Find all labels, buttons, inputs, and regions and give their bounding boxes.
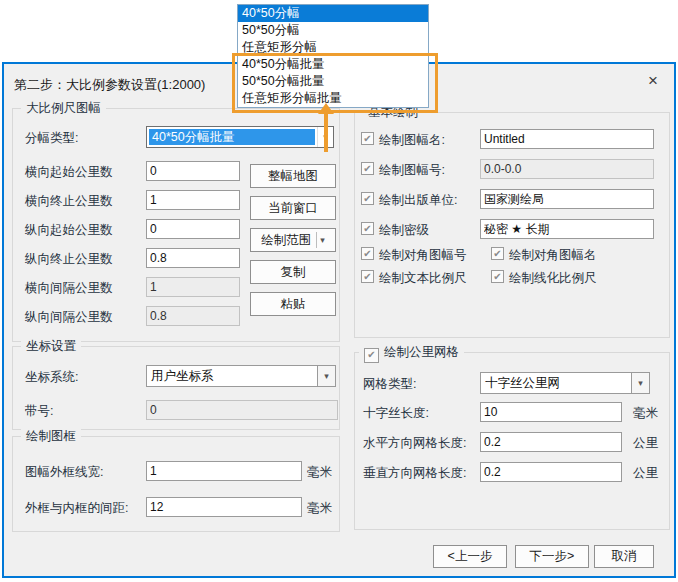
cancel-button[interactable]: 取消	[594, 545, 654, 568]
group-frame-legend: 绘制图框	[21, 428, 81, 445]
crosshair-length-unit: 毫米	[633, 405, 658, 422]
sheet-type-combobox[interactable]: 40*50分幅批量 ▾	[146, 126, 334, 148]
dropdown-item[interactable]: 40*50分幅	[238, 5, 428, 22]
group-km-grid-legend: ✔绘制公里网格	[359, 344, 464, 363]
grid-type-combobox[interactable]: 十字丝公里网	[480, 372, 632, 394]
h-grid-length-label: 水平方向网格长度:	[363, 435, 466, 452]
draw-range-button-label: 绘制范围	[261, 232, 311, 249]
full-map-button[interactable]: 整幅地图	[250, 164, 336, 188]
group-frame: 绘制图框 图幅外框线宽: 毫米 外框与内框的间距: 毫米	[12, 436, 340, 532]
dropdown-item[interactable]: 50*50分幅	[238, 22, 428, 39]
paste-button[interactable]: 粘贴	[250, 292, 336, 316]
cancel-button-label: 取消	[612, 548, 637, 565]
frame-gap-input[interactable]	[146, 497, 302, 517]
security-level-input[interactable]	[480, 219, 654, 239]
sheet-type-dropdown-list: 40*50分幅 50*50分幅 任意矩形分幅 40*50分幅批量 50*50分幅…	[237, 4, 429, 108]
sheet-number-input	[480, 159, 654, 179]
dialog-window: 第二步：大比例参数设置(1:2000) × 大比例尺图幅 分幅类型: 40*50…	[2, 62, 676, 578]
sheet-type-selected-value: 40*50分幅批量	[149, 129, 315, 145]
draw-sheet-name-label: 绘制图幅名:	[379, 132, 445, 149]
v-interval-km-input	[146, 306, 240, 326]
draw-km-grid-label: 绘制公里网格	[384, 345, 459, 359]
publisher-input[interactable]	[480, 189, 654, 209]
draw-line-scale-checkbox[interactable]: ✔	[491, 270, 504, 283]
previous-step-button[interactable]: <上一步	[433, 545, 507, 568]
field-label: 纵向间隔公里数	[25, 309, 113, 326]
dropdown-item[interactable]: 任意矩形分幅批量	[238, 90, 428, 107]
draw-publisher-checkbox[interactable]: ✔	[361, 192, 374, 205]
field-label: 横向间隔公里数	[25, 280, 113, 297]
group-basic-draw: 基本绘制 ✔ 绘制图幅名: ✔ 绘制图幅号: ✔ 绘制出版单位: ✔ 绘制密级 …	[354, 112, 670, 338]
outer-frame-width-label: 图幅外框线宽:	[25, 464, 103, 481]
group-km-grid: ✔绘制公里网格 网格类型: 十字丝公里网 ▾ 十字丝长度: 毫米 水平方向网格长…	[354, 352, 670, 530]
sheet-name-input[interactable]	[480, 129, 654, 149]
draw-security-level-label: 绘制密级	[379, 222, 429, 239]
field-label: 纵向起始公里数	[25, 222, 113, 239]
outer-frame-width-unit: 毫米	[307, 464, 332, 481]
next-step-button-label: 下一步>	[530, 548, 575, 565]
current-window-button-label: 当前窗口	[268, 200, 318, 217]
draw-diagonal-sheet-name-label: 绘制对角图幅名	[509, 247, 597, 264]
crosshair-length-label: 十字丝长度:	[363, 405, 429, 422]
draw-sheet-name-checkbox[interactable]: ✔	[361, 132, 374, 145]
draw-sheet-number-checkbox[interactable]: ✔	[361, 162, 374, 175]
chevron-down-icon: ▾	[324, 371, 329, 381]
draw-line-scale-label: 绘制线化比例尺	[509, 270, 597, 287]
h-start-km-input[interactable]	[146, 161, 240, 181]
grid-type-dropdown-button[interactable]: ▾	[631, 372, 650, 394]
group-coordinate: 坐标设置 坐标系统: 用户坐标系 ▾ 带号:	[12, 346, 340, 430]
frame-gap-unit: 毫米	[307, 500, 332, 517]
draw-diagonal-sheet-name-checkbox[interactable]: ✔	[491, 247, 504, 260]
h-grid-length-input[interactable]	[480, 432, 622, 452]
outer-frame-width-input[interactable]	[146, 461, 302, 481]
coord-system-label: 坐标系统:	[25, 369, 78, 386]
draw-sheet-number-label: 绘制图幅号:	[379, 162, 445, 179]
dialog-title: 第二步：大比例参数设置(1:2000)	[14, 76, 205, 94]
chevron-down-icon[interactable]: ▾	[320, 235, 325, 245]
grid-type-selected-value: 十字丝公里网	[485, 375, 560, 392]
draw-km-grid-checkbox[interactable]: ✔	[364, 348, 379, 363]
h-end-km-input[interactable]	[146, 190, 240, 210]
coord-system-combobox[interactable]: 用户坐标系	[146, 365, 318, 387]
next-step-button[interactable]: 下一步>	[515, 545, 589, 568]
v-grid-length-unit: 公里	[633, 465, 658, 482]
draw-diagonal-sheet-number-label: 绘制对角图幅号	[379, 247, 467, 264]
dropdown-item[interactable]: 40*50分幅批量	[238, 56, 428, 73]
field-label: 横向终止公里数	[25, 193, 113, 210]
group-coordinate-legend: 坐标设置	[21, 338, 81, 355]
coord-system-selected-value: 用户坐标系	[151, 368, 214, 385]
chevron-down-icon[interactable]: ▾	[317, 127, 333, 147]
v-start-km-input[interactable]	[146, 219, 240, 239]
h-interval-km-input	[146, 277, 240, 297]
dropdown-item[interactable]: 50*50分幅批量	[238, 73, 428, 90]
v-end-km-input[interactable]	[146, 248, 240, 268]
button-divider	[316, 232, 317, 248]
v-grid-length-label: 垂直方向网格长度:	[363, 465, 466, 482]
dropdown-item[interactable]: 任意矩形分幅	[238, 39, 428, 56]
field-label: 横向起始公里数	[25, 164, 113, 181]
current-window-button[interactable]: 当前窗口	[250, 196, 336, 220]
field-label: 纵向终止公里数	[25, 251, 113, 268]
chevron-down-icon: ▾	[638, 378, 643, 388]
draw-text-scale-checkbox[interactable]: ✔	[361, 270, 374, 283]
group-sheet: 大比例尺图幅 分幅类型: 40*50分幅批量 ▾ 横向起始公里数 横向终止公里数…	[12, 108, 340, 342]
copy-button[interactable]: 复制	[250, 260, 336, 284]
draw-security-level-checkbox[interactable]: ✔	[361, 222, 374, 235]
coord-system-dropdown-button[interactable]: ▾	[317, 365, 336, 387]
draw-publisher-label: 绘制出版单位:	[379, 192, 457, 209]
zone-number-input	[146, 400, 338, 420]
copy-button-label: 复制	[281, 264, 306, 281]
previous-step-button-label: <上一步	[448, 548, 493, 565]
close-icon[interactable]: ×	[648, 72, 658, 89]
v-grid-length-input[interactable]	[480, 462, 622, 482]
draw-diagonal-sheet-number-checkbox[interactable]: ✔	[361, 247, 374, 260]
sheet-type-label: 分幅类型:	[25, 130, 78, 147]
group-sheet-legend: 大比例尺图幅	[21, 100, 106, 117]
frame-gap-label: 外框与内框的间距:	[25, 500, 128, 517]
zone-number-label: 带号:	[25, 403, 53, 420]
draw-text-scale-label: 绘制文本比例尺	[379, 270, 467, 287]
full-map-button-label: 整幅地图	[268, 168, 318, 185]
crosshair-length-input[interactable]	[480, 402, 622, 422]
draw-range-split-button[interactable]: 绘制范围 ▾	[250, 228, 336, 252]
grid-type-label: 网格类型:	[363, 376, 416, 393]
